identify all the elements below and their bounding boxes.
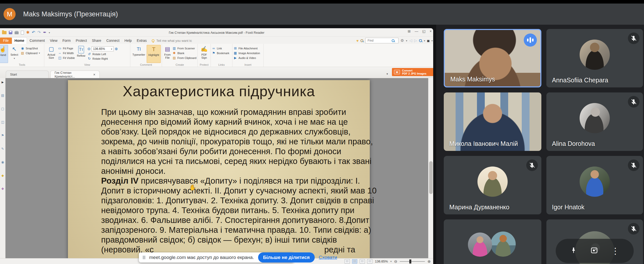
close-tab-icon[interactable]: × [93,73,95,77]
hide-notification-link[interactable]: Сховати [319,255,337,260]
zoom-slider-handle[interactable] [409,259,411,263]
pdf-sign-button[interactable]: ✍ PDF Sign [199,45,210,63]
save-icon[interactable] [9,31,12,34]
stop-sharing-button[interactable]: Більше не ділитися [258,252,315,262]
create-pdf-icon[interactable]: ✱ [26,30,29,35]
image-annotation-button[interactable]: ▦ Image Annotation [233,51,260,55]
snapshot-button[interactable]: ◉ SnapShot [21,46,40,50]
zoom-slider[interactable] [400,261,425,262]
open-file-icon[interactable] [2,31,7,34]
more-options-icon[interactable]: ⋮ [611,247,620,255]
continuous-facing-view-icon[interactable] [367,259,372,263]
account-avatar-icon[interactable]: ◙ [427,39,429,43]
from-scanner-button[interactable]: ▥ From Scanner [172,46,196,50]
print-icon[interactable] [15,31,19,34]
effects-button[interactable] [590,247,598,255]
participant-tile-maryna[interactable]: Марина Дурманенко [444,156,541,214]
from-clipboard-button[interactable]: ▨ From Clipboard [172,56,196,60]
single-page-view-icon[interactable] [345,259,350,263]
reflow-button[interactable]: Tт Reflow [75,45,87,63]
fit-width-button[interactable]: ⇔ Fit Width [58,51,75,55]
tab-comment[interactable]: Comment [27,38,47,44]
nav-security-icon[interactable]: ◆ [2,174,4,177]
actual-size-button[interactable]: ▢ Actual Size [45,45,57,63]
doc-tab-current[interactable]: Гик Степан Криміналіст... × [50,71,100,78]
bell-dropdown-icon[interactable]: ▾ [424,39,425,42]
foxit-title-bar[interactable]: ✱ ↶ ↷ ✒ ▾ Гик Степан Криміналістика Аксь… [0,28,433,37]
ink-sign-icon[interactable]: ✒ [43,30,46,35]
status-zoom-in-icon[interactable]: ⊕ [427,259,431,264]
zoom-out-icon[interactable]: ⊖ [87,47,91,51]
zoom-in-icon[interactable]: ⊕ [115,47,118,51]
nav-expand-icon[interactable]: ▶ [2,81,4,84]
tab-home[interactable]: Home [12,37,27,44]
tab-view[interactable]: View [47,38,60,44]
tab-share[interactable]: Share [89,38,104,44]
tab-file[interactable]: File [0,38,12,44]
document-scrollbar[interactable] [428,78,433,258]
fit-visible-button[interactable]: ◫ Fit Visible [58,56,75,60]
rotate-left-button[interactable]: ↺ Rotate Left [87,52,118,56]
search-icon[interactable] [392,39,394,42]
from-file-button[interactable]: ▤ From File [163,45,172,63]
hand-tool-button[interactable]: ☝ Hand [0,45,8,63]
redo-icon[interactable]: ↷ [37,30,41,35]
bell-icon[interactable] [419,39,422,42]
nav-blank-page-icon[interactable]: ▢ [1,107,4,111]
doc-tab-start[interactable]: Start [6,71,49,78]
tab-form[interactable]: Form [60,38,73,44]
nav-layers-icon[interactable]: ◫ [1,120,4,124]
select-tool-button[interactable]: ↖ Select ▾ [9,45,20,63]
tell-me-box[interactable]: Tell me what you want tc [152,39,192,44]
minimize-icon[interactable]: — [415,29,418,33]
layout-boxes-icon[interactable]: ⊞ [408,29,411,33]
account-dropdown-icon[interactable]: ▾ [431,39,433,42]
document-area[interactable]: ▶ ▤ ▢ ◫ ⚑ ✎ ◉ ◆ ❖ Характеристика підручн… [0,78,433,258]
back-icon[interactable]: ◁ [409,38,412,43]
nav-signature-icon[interactable]: ❖ [1,187,4,191]
nav-attachments-icon[interactable]: ◉ [1,160,4,164]
status-zoom-out-icon[interactable]: ⊖ [394,259,397,264]
forward-icon[interactable]: ▷ [414,38,417,43]
participant-tile-mykola[interactable]: Микола Іванович Малій [444,92,541,151]
zoom-level-combo[interactable]: 136.65% ▾ [92,46,114,51]
highlight-button[interactable]: T Highlight [147,45,161,63]
pin-button[interactable] [570,247,577,255]
facing-view-icon[interactable] [360,259,365,263]
clipboard-button[interactable]: ▧ Clipboard ▾ [21,51,40,55]
continuous-view-icon[interactable] [352,259,357,263]
participant-tile-maks[interactable]: Maks Maksimys [444,29,541,87]
find-input[interactable] [367,39,390,43]
participant-tile-annasofiia[interactable]: AnnaSofiia Chepara [546,29,643,87]
email-doc-icon[interactable] [21,31,24,35]
link-button[interactable]: ∞ Link [212,46,229,50]
bookmark-button[interactable]: ⚑ Bookmark [212,51,229,55]
participant-tile-hovered[interactable]: ⋮ [546,219,643,264]
scrollbar-thumb[interactable] [429,161,433,194]
rotate-right-button[interactable]: ↻ Rotate Right [87,57,118,60]
participant-tile-overflow[interactable]: Ще 10 осіб [444,219,541,264]
undo-icon[interactable]: ↶ [32,30,35,35]
convert-pdf-banner[interactable]: ▣ Convert PDF 2 JPG Images [392,68,433,76]
pdf-page[interactable]: Характеристика підручника При цьому він … [68,80,370,258]
status-zoom-dropdown-icon[interactable]: ▾ [390,260,392,263]
gear-icon[interactable]: ⚙ [400,38,404,43]
gear-dropdown-icon[interactable]: ▾ [406,39,407,42]
status-zoom-value[interactable]: 136.65% [375,259,388,263]
search-folder-icon[interactable] [360,39,363,42]
blank-button[interactable]: ✱ Blank [172,51,196,55]
favorites-heart-icon[interactable]: ♥ [356,39,358,43]
participant-tile-alina[interactable]: Alina Dorohova [546,92,643,151]
file-attachment-button[interactable]: ⊞ File Attachment [233,46,260,50]
tab-help[interactable]: Help [122,38,134,44]
nav-destinations-icon[interactable]: ⚑ [1,134,4,137]
participant-tile-igor[interactable]: Igor Hnatok [546,156,643,214]
fit-page-button[interactable]: ▭ Fit Page [58,46,75,50]
nav-comments-icon[interactable]: ✎ [1,147,4,151]
qat-dropdown-icon[interactable]: ▾ [49,31,50,34]
restore-icon[interactable]: ◱ [422,29,426,33]
tab-connect[interactable]: Connect [104,38,122,44]
tab-list-dropdown-icon[interactable]: ▾ [386,72,388,76]
tab-extras[interactable]: Extras [134,38,149,44]
close-icon[interactable]: × [430,29,432,33]
